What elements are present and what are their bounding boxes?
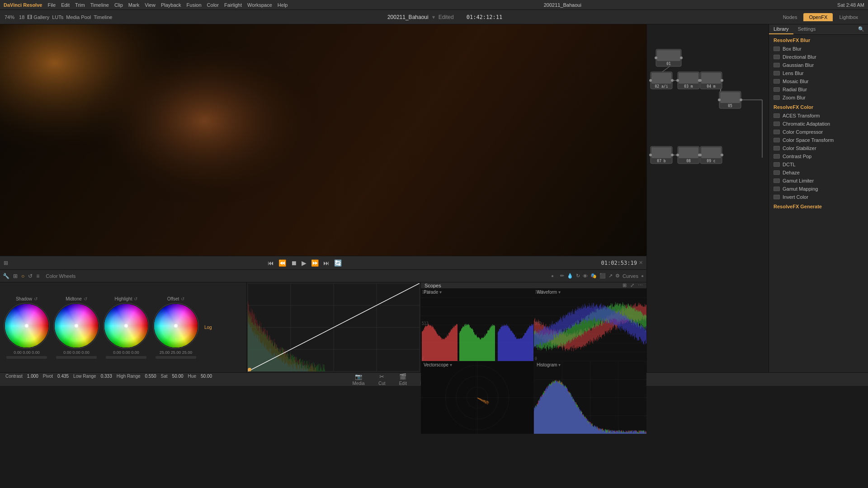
svg-rect-15 xyxy=(651,73,671,84)
fx-lens-blur[interactable]: Lens Blur xyxy=(769,69,868,77)
scopes-more-icon[interactable]: ⋯ xyxy=(638,282,643,288)
menu-mark[interactable]: Mark xyxy=(128,2,139,8)
view-options[interactable]: ⊞ xyxy=(4,260,8,266)
menu-playback[interactable]: Playback xyxy=(161,2,181,8)
luts-button[interactable]: LUTs xyxy=(52,14,63,20)
color-tool-1[interactable]: 🔧 xyxy=(3,273,9,279)
timecode-close[interactable]: ✕ xyxy=(639,260,643,266)
highlight-reset[interactable]: ↺ xyxy=(134,296,137,301)
high-range-value[interactable]: 0.550 xyxy=(145,374,156,379)
hue-value[interactable]: 50.00 xyxy=(201,374,212,379)
mask-icon[interactable]: 🎭 xyxy=(590,273,597,279)
fx-color-compressor[interactable]: Color Compressor xyxy=(769,128,868,136)
fx-gamut-mapping[interactable]: Gamut Mapping xyxy=(769,185,868,193)
fx-color-stabilizer[interactable]: Color Stabilizer xyxy=(769,144,868,152)
go-to-end[interactable]: ⏭ xyxy=(323,259,330,267)
go-to-start[interactable]: ⏮ xyxy=(268,259,274,267)
timeline-button[interactable]: Timeline xyxy=(94,14,112,20)
fx-chromatic-adaptation[interactable]: Chromatic Adaptation xyxy=(769,120,868,128)
pencil-icon[interactable]: ✏ xyxy=(560,273,564,279)
fx-gamut-limiter[interactable]: Gamut Limiter xyxy=(769,177,868,185)
fx-contrast-pop[interactable]: Contrast Pop xyxy=(769,152,868,160)
fx-mosaic-blur[interactable]: Mosaic Blur xyxy=(769,77,868,85)
parade-scope: Parade ▾ xyxy=(421,289,533,361)
menu-color[interactable]: Color xyxy=(207,2,219,8)
media-pool-button[interactable]: Media Pool xyxy=(66,14,91,20)
parade-canvas xyxy=(421,289,533,361)
contrast-value[interactable]: 1.000 xyxy=(27,374,38,379)
fx-directional-blur[interactable]: Directional Blur xyxy=(769,53,868,61)
settings-icon[interactable]: ⚙ xyxy=(615,273,620,279)
search-icon[interactable]: 🔍 xyxy=(854,24,868,34)
menu-workspace[interactable]: Workspace xyxy=(247,2,272,8)
menu-timeline[interactable]: Timeline xyxy=(90,2,109,8)
menu-fairlight[interactable]: Fairlight xyxy=(224,2,242,8)
fx-icon-contrast-pop xyxy=(774,154,780,159)
loop-button[interactable]: 🔄 xyxy=(334,259,342,267)
prev-frame[interactable]: ⏪ xyxy=(278,259,286,267)
fx-box-blur[interactable]: Box Blur xyxy=(769,45,868,53)
project-name[interactable]: 200211_Bahaoui xyxy=(387,14,429,20)
gallery-button[interactable]: 🎞 Gallery xyxy=(27,14,49,20)
log-mode[interactable]: Log xyxy=(204,325,212,330)
menu-help[interactable]: Help xyxy=(278,2,288,8)
midtone-reset[interactable]: ↺ xyxy=(84,296,87,301)
color-tool-4[interactable]: ↺ xyxy=(28,273,33,279)
offset-reset[interactable]: ↺ xyxy=(181,296,184,301)
fx-dehaze[interactable]: Dehaze xyxy=(769,169,868,177)
menu-file[interactable]: File xyxy=(47,2,56,8)
nav-media[interactable]: 📷 Media xyxy=(352,373,364,386)
svg-point-38 xyxy=(671,154,674,156)
svg-point-42 xyxy=(676,154,679,156)
fx-dctl[interactable]: DCTL xyxy=(769,160,868,169)
menu-edit[interactable]: Edit xyxy=(61,2,70,8)
highlight-wheel-canvas[interactable] xyxy=(103,303,149,349)
export-icon[interactable]: ↗ xyxy=(609,273,613,279)
tab-openfx[interactable]: OpenFX xyxy=(803,13,833,21)
curves-canvas[interactable] xyxy=(248,283,420,371)
more-icon[interactable]: ⬛ xyxy=(599,273,606,279)
tab-settings[interactable]: Settings xyxy=(793,24,821,34)
offset-slider[interactable] xyxy=(156,356,196,359)
color-tool-5[interactable]: ≡ xyxy=(36,273,39,279)
fx-icon-invert-color xyxy=(774,195,780,199)
tab-nodes[interactable]: Nodes xyxy=(778,13,803,21)
shadow-reset[interactable]: ↺ xyxy=(34,296,38,301)
menu-trim[interactable]: Trim xyxy=(75,2,85,8)
color-tool-3[interactable]: ○ xyxy=(21,273,24,279)
highlight-slider[interactable] xyxy=(106,356,146,359)
dropper-icon[interactable]: 💧 xyxy=(567,273,573,279)
shadow-wheel-canvas[interactable] xyxy=(4,303,50,349)
fx-zoom-blur[interactable]: Zoom Blur xyxy=(769,94,868,102)
nav-cut[interactable]: ✂ Cut xyxy=(378,373,386,386)
tab-library[interactable]: Library xyxy=(769,24,793,34)
vectorscope-scope: Vectorscope ▾ xyxy=(421,361,533,434)
play-button[interactable]: ▶ xyxy=(302,259,307,267)
midtone-wheel-canvas[interactable] xyxy=(53,303,99,349)
pivot-value[interactable]: 0.435 xyxy=(57,374,69,379)
low-range-value[interactable]: 0.333 xyxy=(101,374,112,379)
fx-gaussian-blur[interactable]: Gaussian Blur xyxy=(769,61,868,69)
shadow-slider[interactable] xyxy=(6,356,47,359)
sat-value[interactable]: 50.00 xyxy=(172,374,184,379)
color-tool-2[interactable]: ⊞ xyxy=(13,273,18,279)
fx-invert-color[interactable]: Invert Color xyxy=(769,193,868,201)
eye-icon[interactable]: 👁 xyxy=(583,273,588,279)
offset-wheel-canvas[interactable] xyxy=(153,303,199,349)
scopes-expand-icon[interactable]: ⤢ xyxy=(630,282,634,288)
right-panel-tabs: Library Settings 🔍 xyxy=(769,24,868,35)
fx-radial-blur[interactable]: Radial Blur xyxy=(769,85,868,94)
color-wheels-panel: Shadow ↺ 0.00 0.00 0.00 xyxy=(0,282,246,372)
rotate-icon[interactable]: ↻ xyxy=(576,273,580,279)
next-frame[interactable]: ⏩ xyxy=(311,259,319,267)
fx-aces-transform[interactable]: ACES Transform xyxy=(769,112,868,120)
menu-clip[interactable]: Clip xyxy=(114,2,123,8)
nav-edit[interactable]: 🎬 Edit xyxy=(399,373,407,386)
stop-button[interactable]: ⏹ xyxy=(291,259,297,267)
tab-lightbox[interactable]: Lightbox xyxy=(834,13,863,21)
menu-fusion[interactable]: Fusion xyxy=(187,2,202,8)
menu-view[interactable]: View xyxy=(145,2,156,8)
fx-color-space-transform[interactable]: Color Space Transform xyxy=(769,136,868,144)
scopes-layout-icon[interactable]: ⊞ xyxy=(623,282,627,288)
midtone-slider[interactable] xyxy=(56,356,97,359)
